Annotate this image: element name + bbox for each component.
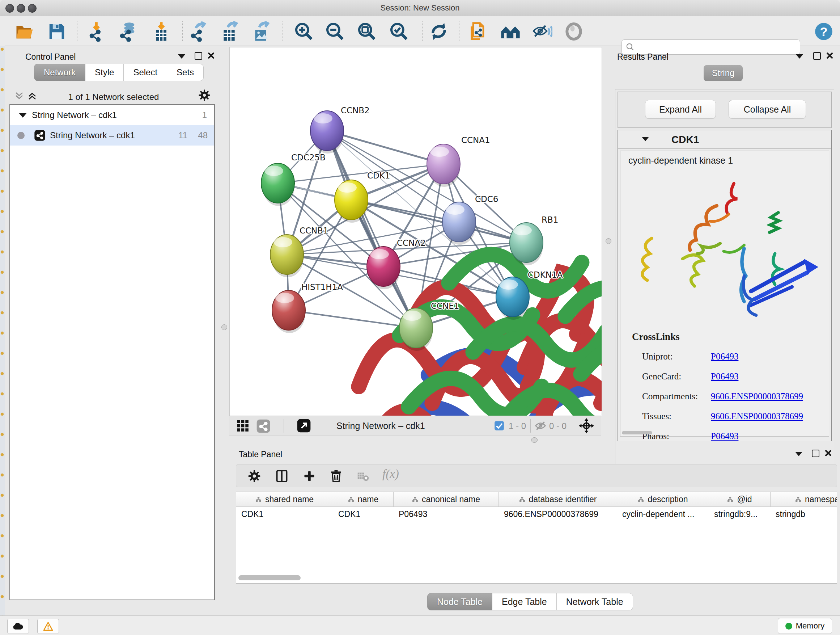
cloud-button[interactable] [7, 619, 29, 634]
expand-all-button[interactable]: Expand All [645, 100, 716, 119]
column-header[interactable]: description [617, 492, 709, 507]
network-row-selected[interactable]: String Network – cdk1 11 48 [10, 125, 214, 146]
node-label: CCNA1 [461, 135, 490, 145]
cell-id: stringdb:9... [709, 509, 771, 519]
crosslink-link[interactable]: P06493 [711, 352, 738, 361]
cell-namespace: stringdb [771, 509, 837, 519]
zoom-in-icon[interactable] [294, 21, 314, 42]
protein-name: CDK1 [671, 134, 699, 146]
horizontal-scrollbar-thumb[interactable] [238, 575, 301, 580]
crosslink-label: Pharos: [642, 426, 711, 446]
cell-database-identifier: 9606.ENSP00000378699 [499, 509, 617, 519]
delete-table-icon[interactable] [357, 472, 369, 482]
crosslink-label: Uniprot: [642, 347, 711, 366]
import-network-database-icon[interactable] [118, 21, 139, 42]
selected-checkbox-icon[interactable] [494, 421, 504, 431]
left-splitter-handle[interactable] [221, 325, 227, 330]
external-link-icon[interactable] [297, 418, 311, 433]
section-collapse-caret-icon[interactable] [642, 137, 649, 141]
cell-name: CDK1 [333, 509, 393, 519]
eye-icon[interactable] [563, 21, 584, 42]
warnings-button[interactable] [37, 619, 59, 634]
toolbar-separator [284, 419, 284, 432]
collapse-all-button[interactable]: Collapse All [729, 100, 806, 119]
column-header[interactable]: canonical name [393, 492, 499, 507]
column-header[interactable]: shared name [236, 492, 333, 507]
protein-section: CDK1 cyclin-dependent kinase 1 [617, 130, 832, 441]
save-icon[interactable] [46, 21, 67, 42]
panel-close-icon[interactable] [208, 52, 215, 59]
node-label: CDKN1A [528, 270, 563, 279]
refresh-icon[interactable] [428, 21, 449, 42]
crosslink-row: GeneCard:P06493 [642, 366, 803, 386]
control-panel-tabs: Network Style Select Sets [34, 64, 204, 81]
panel-float-icon[interactable] [195, 52, 202, 60]
export-image-icon[interactable] [251, 21, 272, 42]
toolbar-separator [422, 21, 423, 41]
network-view-toolbar: String Network – cdk1 1 - 0 0 - 0 [229, 416, 601, 436]
columns-icon[interactable] [275, 470, 288, 483]
network-canvas[interactable]: CCNB2 CCNA1 CDC25B CDK1 CDC6 RB1 [229, 47, 602, 416]
column-header[interactable]: namespace [771, 492, 837, 507]
zoom-fit-icon[interactable] [356, 21, 377, 42]
houses-icon[interactable] [500, 21, 521, 42]
panel-float-icon[interactable] [812, 450, 819, 457]
import-table-icon[interactable] [151, 21, 172, 42]
gear-icon[interactable] [198, 89, 210, 101]
function-builder-icon[interactable]: f(x) [382, 467, 399, 481]
zoom-selected-icon[interactable] [388, 21, 409, 42]
horizontal-scrollbar-thumb[interactable] [622, 431, 652, 434]
add-column-icon[interactable] [303, 470, 316, 483]
tab-string[interactable]: String [704, 65, 743, 81]
collapse-caret-icon[interactable] [19, 113, 27, 118]
hidden-eye-slash-icon[interactable] [535, 420, 546, 432]
dock-strip [0, 46, 5, 616]
svg-text:?: ? [820, 25, 827, 39]
network-collection-row[interactable]: String Network – cdk1 1 [10, 105, 214, 125]
column-header[interactable]: @id [709, 492, 771, 507]
panel-menu-icon[interactable] [795, 452, 802, 456]
toolbar-separator [531, 419, 531, 432]
tab-network-table[interactable]: Network Table [557, 593, 633, 610]
protein-section-header[interactable]: CDK1 [618, 130, 831, 149]
tab-node-table[interactable]: Node Table [427, 593, 493, 610]
tab-edge-table[interactable]: Edge Table [493, 593, 557, 610]
tab-sets[interactable]: Sets [167, 64, 204, 81]
crosslink-link[interactable]: 9606.ENSP00000378699 [711, 391, 803, 401]
crosslink-link[interactable]: P06493 [711, 431, 738, 441]
crosslink-link[interactable]: P06493 [711, 371, 738, 381]
bottom-splitter-handle[interactable] [531, 437, 538, 443]
tab-network[interactable]: Network [34, 64, 85, 81]
memory-button[interactable]: Memory [778, 618, 832, 634]
column-header[interactable]: name [333, 492, 393, 507]
panel-close-icon[interactable] [826, 52, 833, 59]
table-row[interactable]: CDK1 CDK1 P06493 9606.ENSP00000378699 cy… [236, 507, 837, 522]
zoom-out-icon[interactable] [325, 21, 346, 42]
hide-selected-icon[interactable] [532, 21, 553, 42]
birds-eye-crosshair-icon[interactable] [579, 418, 594, 433]
open-folder-icon[interactable] [14, 21, 35, 42]
share-view-icon[interactable] [256, 419, 271, 433]
crosslinks-heading: CrossLinks [632, 331, 680, 342]
new-network-from-selection-icon[interactable] [468, 21, 489, 42]
tab-select[interactable]: Select [124, 64, 167, 81]
crosslinks-list: Uniprot:P06493 GeneCard:P06493 Compartme… [642, 347, 803, 446]
table-toolbar: f(x) [236, 464, 837, 487]
column-header[interactable]: database identifier [499, 492, 617, 507]
grid-view-icon[interactable] [236, 419, 249, 432]
column-type-icon [727, 496, 733, 502]
panel-menu-icon[interactable] [796, 54, 803, 59]
help-icon[interactable]: ? [813, 21, 834, 42]
tab-style[interactable]: Style [85, 64, 124, 81]
import-network-file-icon[interactable] [88, 21, 109, 42]
crosslink-link[interactable]: 9606.ENSP00000378699 [711, 411, 803, 421]
gear-icon[interactable] [248, 470, 261, 483]
export-network-icon[interactable] [189, 21, 210, 42]
panel-close-icon[interactable] [825, 450, 832, 456]
export-table-icon[interactable] [220, 21, 241, 42]
delete-column-icon[interactable] [330, 470, 343, 483]
panel-float-icon[interactable] [813, 52, 821, 60]
panel-menu-icon[interactable] [178, 54, 185, 59]
node-label: CCNB1 [300, 226, 328, 235]
column-type-icon [348, 496, 354, 502]
